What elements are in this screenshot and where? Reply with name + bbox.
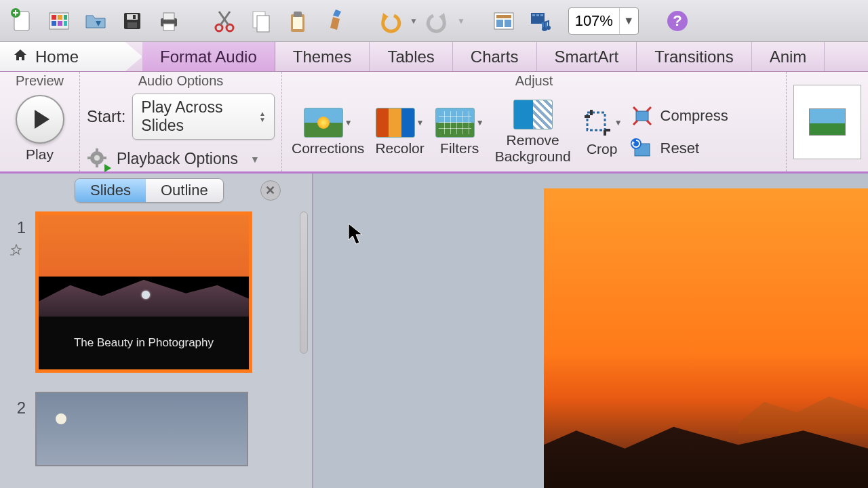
svg-rect-10	[127, 14, 138, 20]
tab-home[interactable]: Home	[0, 42, 142, 71]
svg-rect-24	[496, 15, 511, 18]
ribbon-group-styles	[787, 72, 868, 171]
tab-charts[interactable]: Charts	[453, 42, 537, 71]
slide-layout-icon[interactable]	[487, 5, 521, 37]
playback-options-button[interactable]: Playback Options ▼	[87, 148, 275, 171]
tab-smartart[interactable]: SmartArt	[537, 42, 637, 71]
tab-active-label: Format Audio	[160, 47, 257, 66]
svg-rect-12	[133, 15, 136, 19]
play-label: Play	[7, 146, 73, 163]
ribbon-tabs: Home Format Audio Themes Tables Charts S…	[0, 42, 868, 72]
start-select[interactable]: Play Across Slides ▲▼	[132, 94, 275, 140]
start-label: Start:	[87, 107, 125, 126]
paste-icon[interactable]	[281, 5, 315, 37]
redo-icon	[420, 5, 454, 37]
compress-button[interactable]: Compress	[631, 104, 728, 127]
outline-tab[interactable]: Outline	[146, 179, 223, 202]
group-title-audio-options: Audio Options	[87, 73, 275, 92]
zoom-input[interactable]	[569, 12, 619, 30]
svg-rect-39	[87, 157, 92, 159]
svg-rect-28	[532, 14, 535, 16]
media-icon[interactable]	[524, 5, 557, 37]
slide-number: 2	[9, 392, 26, 466]
ribbon-group-adjust: Adjust ▼ Corrections ▼ Recolor ▼ Filters…	[282, 72, 787, 171]
recolor-icon	[376, 108, 415, 138]
home-icon	[12, 47, 28, 67]
undo-icon[interactable]	[373, 5, 407, 37]
standard-toolbar: ▼ ▼ ▼ ?	[0, 0, 868, 42]
svg-rect-37	[96, 148, 98, 152]
save-icon[interactable]	[115, 5, 149, 37]
slides-panel: Slides Outline ✕ 1 The Beauty in Photogr…	[0, 174, 313, 488]
slides-tab[interactable]: Slides	[75, 179, 146, 202]
tab-format-audio[interactable]: Format Audio	[142, 42, 275, 71]
svg-rect-15	[163, 24, 174, 30]
svg-rect-8	[64, 21, 67, 26]
new-file-icon[interactable]	[5, 5, 39, 37]
remove-background-button[interactable]: Remove Background	[492, 100, 574, 163]
open-icon[interactable]	[79, 5, 113, 37]
zoom-control[interactable]: ▼	[568, 7, 639, 35]
undo-dropdown-arrow[interactable]: ▼	[410, 16, 418, 26]
slide-image[interactable]	[544, 188, 868, 488]
tab-themes[interactable]: Themes	[275, 42, 370, 71]
chevron-down-icon: ▼	[476, 118, 484, 127]
scrollbar[interactable]	[300, 211, 308, 354]
print-icon[interactable]	[152, 5, 186, 37]
start-value: Play Across Slides	[141, 98, 254, 135]
gear-play-icon	[87, 148, 110, 171]
tab-home-label: Home	[35, 47, 79, 66]
format-painter-icon[interactable]	[317, 5, 351, 37]
svg-rect-26	[505, 20, 511, 27]
svg-rect-5	[64, 15, 67, 20]
corrections-button[interactable]: ▼ Corrections	[289, 108, 367, 156]
svg-rect-25	[496, 20, 503, 27]
chevron-down-icon: ▼	[344, 118, 353, 127]
crop-button[interactable]: ▼ Crop	[579, 107, 625, 157]
corrections-icon	[304, 108, 343, 138]
picture-style-button[interactable]	[793, 85, 861, 159]
ribbon-group-audio-options: Audio Options Start: Play Across Slides …	[80, 72, 282, 171]
group-title-preview: Preview	[7, 73, 73, 92]
svg-rect-21	[294, 12, 302, 17]
slide-thumbnail-2[interactable]	[35, 392, 248, 466]
tab-animations[interactable]: Anim	[752, 42, 825, 71]
slide-1-title: The Beauty in Photography	[74, 336, 214, 350]
svg-text:?: ?	[673, 12, 682, 29]
svg-rect-29	[536, 14, 539, 16]
cut-icon[interactable]	[208, 5, 241, 37]
svg-rect-6	[52, 21, 56, 26]
svg-rect-40	[102, 157, 106, 159]
play-button[interactable]	[16, 95, 64, 144]
svg-rect-14	[163, 13, 174, 20]
recolor-button[interactable]: ▼ Recolor	[372, 108, 427, 156]
chevron-down-icon: ▼	[416, 118, 425, 127]
svg-rect-42	[636, 111, 648, 121]
tab-tables[interactable]: Tables	[370, 42, 452, 71]
svg-point-17	[226, 24, 233, 31]
ribbon-group-preview: Preview Play	[0, 72, 80, 171]
filters-button[interactable]: ▼ Filters	[433, 108, 487, 156]
cursor-icon	[347, 222, 365, 251]
panel-tab-segment: Slides Outline	[75, 178, 224, 203]
help-icon[interactable]: ?	[660, 5, 694, 37]
reset-button[interactable]: Reset	[631, 137, 728, 160]
gallery-icon[interactable]	[42, 5, 76, 37]
tab-transitions[interactable]: Transitions	[637, 42, 751, 71]
playback-label: Playback Options	[117, 150, 238, 168]
copy-icon[interactable]	[244, 5, 278, 37]
svg-point-16	[216, 24, 222, 31]
svg-rect-3	[52, 15, 56, 20]
close-panel-button[interactable]: ✕	[260, 180, 281, 201]
slide-thumbnail-1[interactable]: The Beauty in Photography	[35, 211, 252, 373]
svg-rect-19	[257, 16, 269, 32]
svg-rect-4	[58, 15, 62, 20]
zoom-dropdown-arrow[interactable]: ▼	[619, 8, 638, 34]
slide-canvas[interactable]	[313, 174, 868, 488]
svg-rect-30	[540, 14, 543, 16]
ribbon: Preview Play Audio Options Start: Play A…	[0, 72, 868, 174]
svg-rect-22	[293, 17, 302, 29]
filters-icon	[435, 108, 475, 138]
svg-rect-11	[127, 22, 137, 28]
stepper-icon: ▲▼	[259, 110, 266, 123]
